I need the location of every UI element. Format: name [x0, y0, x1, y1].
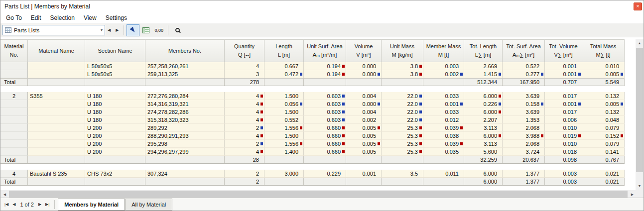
cell-unit_mass[interactable]: 25.3 — [382, 148, 423, 156]
cell-unit_surf_area[interactable]: 0.194 — [304, 70, 346, 78]
cell-material_no[interactable]: 4 — [0, 170, 28, 178]
cell-material_name[interactable] — [28, 62, 85, 70]
cell-unit_mass[interactable] — [382, 178, 423, 185]
scroll-down-icon[interactable]: ▼ — [636, 182, 644, 190]
cell-unit_surf_area[interactable]: 0.194 — [304, 62, 346, 70]
cell-volume[interactable]: 0.005 — [346, 148, 382, 156]
prev-page-button[interactable]: ◀ — [10, 200, 17, 209]
cell-quantity[interactable]: 4 — [225, 100, 264, 108]
cell-tot_length[interactable]: 6.000 — [464, 132, 503, 140]
cell-unit_surf_area[interactable]: 0.603 — [304, 100, 346, 108]
cell-tot_volume[interactable]: 0.098 — [545, 156, 582, 163]
cell-volume[interactable]: 0.005 — [346, 132, 382, 140]
titlebar[interactable]: Parts List | Members by Material × — [0, 0, 644, 12]
cell-material_no[interactable]: Total — [0, 79, 28, 86]
cell-total_mass[interactable]: 0.005 — [582, 70, 625, 78]
menu-item-selection[interactable]: Selection — [46, 13, 79, 23]
cell-tot_volume[interactable]: 0.010 — [545, 140, 582, 148]
table-row[interactable]: U 180274,278,282,28641.5000.6030.00422.0… — [0, 108, 625, 116]
menu-item-edit[interactable]: Edit — [26, 13, 46, 23]
cell-length[interactable]: 0.667 — [264, 62, 304, 70]
cell-length[interactable]: 1.500 — [264, 108, 304, 116]
cell-tot_length[interactable]: 6.000 — [464, 178, 503, 185]
cell-unit_surf_area[interactable] — [304, 178, 346, 185]
cell-tot_volume[interactable]: 0.707 — [545, 79, 582, 86]
cell-volume[interactable] — [346, 79, 382, 86]
cell-material_no[interactable] — [0, 148, 28, 156]
cell-members_no[interactable] — [145, 178, 225, 185]
cell-tot_surf_area[interactable]: 3.724 — [503, 148, 545, 156]
cell-quantity[interactable]: 2 — [225, 178, 264, 185]
cell-volume[interactable]: 0.005 — [346, 124, 382, 132]
cell-section_name[interactable]: U 180 — [85, 108, 145, 116]
cell-material_name[interactable] — [28, 140, 85, 148]
cell-tot_volume[interactable]: 0.019 — [545, 132, 582, 140]
cell-quantity[interactable]: 4 — [225, 108, 264, 116]
cell-unit_surf_area[interactable]: 0.229 — [304, 170, 346, 178]
table-row[interactable]: 2S355U 180272,276,280,28441.5000.6030.00… — [0, 92, 625, 100]
cell-material_no[interactable] — [0, 70, 28, 78]
cell-tot_length[interactable]: 0.226 — [464, 100, 503, 108]
cell-tot_surf_area[interactable]: 0.522 — [503, 62, 545, 70]
cell-material_name[interactable] — [28, 100, 85, 108]
cell-material_no[interactable] — [0, 124, 28, 132]
cell-members_no[interactable]: 314,316,319,321 — [145, 100, 225, 108]
cell-members_no[interactable]: 288,290,291,293 — [145, 132, 225, 140]
cell-section_name[interactable]: U 200 — [85, 140, 145, 148]
cell-members_no[interactable] — [145, 79, 225, 86]
cell-material_no[interactable] — [0, 62, 28, 70]
cell-length[interactable]: 1.400 — [264, 148, 304, 156]
prev-table-button[interactable]: ◀ — [105, 26, 113, 34]
scroll-up-icon[interactable]: ▲ — [636, 39, 644, 47]
vertical-scrollbar-thumb[interactable] — [636, 48, 643, 172]
cell-member_mass[interactable]: 0.011 — [423, 170, 464, 178]
menu-item-goto[interactable]: Go To — [1, 13, 26, 23]
cell-tot_volume[interactable]: 0.001 — [545, 70, 582, 78]
cell-total_mass[interactable]: 5.549 — [582, 79, 625, 86]
cell-quantity[interactable]: 4 — [225, 62, 264, 70]
cell-unit_surf_area[interactable]: 0.603 — [304, 92, 346, 100]
cell-section_name[interactable]: U 180 — [85, 116, 145, 124]
cell-section_name[interactable]: L 50x50x5 — [85, 62, 145, 70]
cell-unit_mass[interactable]: 22.0 — [382, 108, 423, 116]
cell-unit_surf_area[interactable] — [304, 79, 346, 86]
cell-members_no[interactable]: 307,324 — [145, 170, 225, 178]
table-row[interactable]: 4Baustahl S 235CHS 73x2307,32423.0000.22… — [0, 170, 625, 178]
cell-tot_length[interactable]: 6.000 — [464, 108, 503, 116]
cell-quantity[interactable]: 4 — [225, 132, 264, 140]
cell-total_mass[interactable]: 0.079 — [582, 140, 625, 148]
cell-tot_volume[interactable]: 0.003 — [545, 178, 582, 185]
cell-quantity[interactable]: 4 — [225, 148, 264, 156]
cell-total_mass[interactable]: 0.021 — [582, 170, 625, 178]
cell-unit_surf_area[interactable]: 0.660 — [304, 132, 346, 140]
cell-member_mass[interactable]: 0.033 — [423, 108, 464, 116]
next-page-button[interactable]: ▶ — [36, 200, 43, 209]
cell-unit_mass[interactable]: 25.3 — [382, 124, 423, 132]
cell-section_name[interactable]: CHS 73x2 — [85, 170, 145, 178]
cell-unit_mass[interactable] — [382, 79, 423, 86]
decimal-places-button[interactable]: 0,00 — [152, 24, 165, 36]
first-page-button[interactable]: |◀ — [2, 200, 10, 209]
tab-members-by-material[interactable]: Members by Material — [58, 199, 125, 211]
cell-volume[interactable] — [346, 156, 382, 163]
table-row[interactable]: U 180314,316,319,32140.0560.6030.00022.0… — [0, 100, 625, 108]
vertical-scrollbar[interactable]: ▲ ▼ — [636, 39, 644, 190]
cell-tot_surf_area[interactable]: 167.950 — [503, 79, 545, 86]
cell-material_no[interactable] — [0, 100, 28, 108]
table-row[interactable]: U 200289,29221.5560.6600.00525.30.0393.1… — [0, 124, 625, 132]
cell-quantity[interactable]: 2 — [225, 170, 264, 178]
cell-length[interactable] — [264, 156, 304, 163]
cell-tot_length[interactable]: 512.344 — [464, 79, 503, 86]
cell-quantity[interactable]: 28 — [225, 156, 264, 163]
cell-tot_length[interactable]: 3.113 — [464, 124, 503, 132]
cell-length[interactable] — [264, 178, 304, 185]
table-row[interactable]: L 50x50x5257,258,260,26140.6670.1940.000… — [0, 62, 625, 70]
cell-members_no[interactable]: 289,292 — [145, 124, 225, 132]
cell-tot_length[interactable]: 32.259 — [464, 156, 503, 163]
cell-section_name[interactable]: U 200 — [85, 124, 145, 132]
cell-tot_length[interactable]: 5.600 — [464, 148, 503, 156]
cell-member_mass[interactable] — [423, 79, 464, 86]
cell-unit_surf_area[interactable]: 0.660 — [304, 124, 346, 132]
cell-length[interactable]: 1.556 — [264, 140, 304, 148]
cell-tot_length[interactable]: 1.415 — [464, 70, 503, 78]
